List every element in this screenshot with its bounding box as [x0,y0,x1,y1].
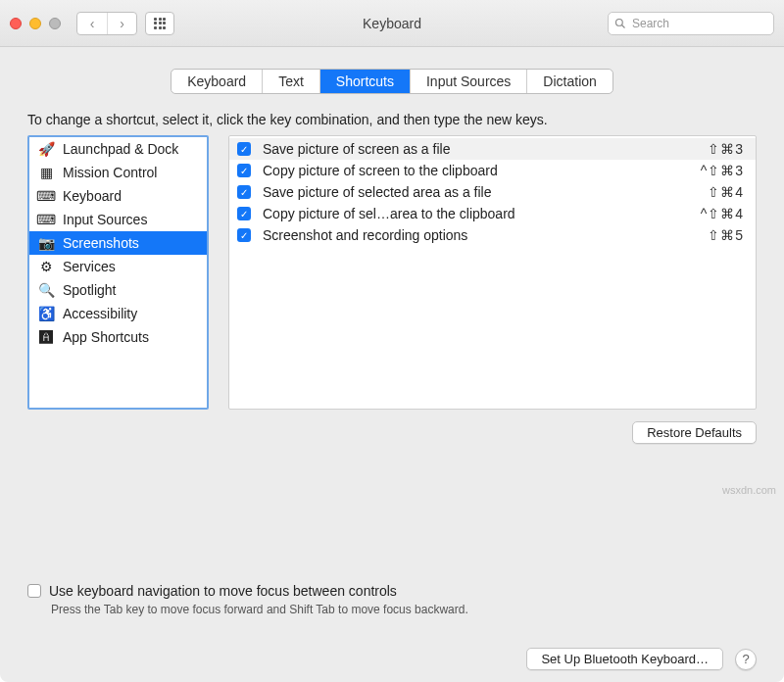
keyboard-nav-row: Use keyboard navigation to move focus be… [27,583,757,599]
grid-icon [154,18,166,29]
minimize-icon[interactable] [29,18,41,29]
sidebar-item-label: Screenshots [63,235,139,251]
restore-row: Restore Defaults [27,421,757,444]
shortcut-keys[interactable]: ^⇧⌘4 [701,206,744,221]
nav-buttons: ‹ › [76,12,137,35]
sidebar-item-label: Input Sources [63,212,147,227]
checkbox[interactable]: ✓ [237,228,251,242]
sidebar-item-label: Mission Control [63,165,157,180]
screenshots-icon: 📷 [37,234,55,252]
tabs: Keyboard Text Shortcuts Input Sources Di… [27,69,757,94]
close-icon[interactable] [10,18,22,29]
sidebar-item-input-sources[interactable]: ⌨Input Sources [29,208,207,231]
shortcut-row[interactable]: ✓ Copy picture of sel…area to the clipbo… [229,203,756,224]
zoom-icon[interactable] [49,18,61,29]
svg-line-1 [622,24,625,27]
category-sidebar[interactable]: 🚀Launchpad & Dock ▦Mission Control ⌨Keyb… [27,135,209,410]
sidebar-item-mission-control[interactable]: ▦Mission Control [29,161,207,184]
shortcut-keys[interactable]: ⇧⌘5 [708,227,744,243]
keyboard-nav-hint: Press the Tab key to move focus forward … [51,603,757,616]
instructions: To change a shortcut, select it, click t… [27,112,757,127]
checkbox[interactable]: ✓ [237,164,251,177]
accessibility-icon: ♿ [37,305,55,322]
shortcut-row[interactable]: ✓ Screenshot and recording options ⇧⌘5 [229,224,756,246]
titlebar: ‹ › Keyboard Search [0,0,784,47]
search-input[interactable]: Search [608,12,774,35]
keyboard-icon: ⌨ [37,187,55,205]
sidebar-item-accessibility[interactable]: ♿Accessibility [29,302,207,325]
sidebar-item-label: Keyboard [63,188,122,204]
sidebar-item-app-shortcuts[interactable]: 🅰App Shortcuts [29,325,207,349]
shortcut-label: Screenshot and recording options [263,227,696,243]
shortcut-row[interactable]: ✓ Save picture of selected area as a fil… [229,181,756,203]
search-placeholder: Search [632,17,669,30]
restore-defaults-button[interactable]: Restore Defaults [632,421,757,444]
sidebar-item-launchpad[interactable]: 🚀Launchpad & Dock [29,137,207,161]
sidebar-item-label: Spotlight [63,282,116,298]
sidebar-item-spotlight[interactable]: 🔍Spotlight [29,278,207,302]
content: Keyboard Text Shortcuts Input Sources Di… [0,47,784,682]
mission-control-icon: ▦ [37,164,55,181]
shortcut-label: Save picture of selected area as a file [263,184,696,200]
keyboard-nav-label: Use keyboard navigation to move focus be… [49,583,397,599]
sidebar-item-label: App Shortcuts [63,329,149,345]
sidebar-item-keyboard[interactable]: ⌨Keyboard [29,184,207,208]
launchpad-icon: 🚀 [37,140,55,158]
checkbox[interactable]: ✓ [237,207,251,220]
shortcut-row[interactable]: ✓ Save picture of screen as a file ⇧⌘3 [229,138,756,160]
tab-input-sources[interactable]: Input Sources [411,70,527,93]
search-icon [614,18,626,29]
keyboard-nav-checkbox[interactable] [27,584,41,598]
shortcut-keys[interactable]: ⇧⌘3 [708,141,744,157]
tab-row: Keyboard Text Shortcuts Input Sources Di… [171,69,613,94]
show-all-button[interactable] [145,12,174,35]
shortcut-label: Save picture of screen as a file [263,141,696,157]
tab-dictation[interactable]: Dictation [527,70,612,93]
shortcut-list[interactable]: ✓ Save picture of screen as a file ⇧⌘3 ✓… [228,135,757,410]
bluetooth-keyboard-button[interactable]: Set Up Bluetooth Keyboard… [526,648,723,670]
panes: 🚀Launchpad & Dock ▦Mission Control ⌨Keyb… [27,135,757,410]
services-icon: ⚙ [37,258,55,275]
help-button[interactable]: ? [735,649,757,670]
app-shortcuts-icon: 🅰 [37,328,55,346]
sidebar-item-label: Services [63,259,116,274]
sidebar-item-services[interactable]: ⚙Services [29,255,207,278]
shortcut-label: Copy picture of sel…area to the clipboar… [263,206,689,221]
window-controls [10,18,61,29]
svg-point-0 [616,19,623,25]
shortcut-keys[interactable]: ⇧⌘4 [708,184,744,200]
sidebar-item-screenshots[interactable]: 📷Screenshots [29,231,207,255]
input-sources-icon: ⌨ [37,211,55,228]
tab-keyboard[interactable]: Keyboard [172,70,263,93]
checkbox[interactable]: ✓ [237,142,251,156]
keyboard-nav-section: Use keyboard navigation to move focus be… [27,583,757,616]
watermark: wsxdn.com [722,484,776,496]
tab-text[interactable]: Text [263,70,320,93]
checkbox[interactable]: ✓ [237,185,251,199]
sidebar-item-label: Accessibility [63,306,137,321]
spotlight-icon: 🔍 [37,281,55,299]
sidebar-item-label: Launchpad & Dock [63,141,178,157]
tab-shortcuts[interactable]: Shortcuts [320,70,411,93]
back-button[interactable]: ‹ [77,13,107,34]
footer: Set Up Bluetooth Keyboard… ? [27,648,757,670]
forward-button[interactable]: › [107,13,136,34]
shortcut-row[interactable]: ✓ Copy picture of screen to the clipboar… [229,160,756,181]
shortcut-label: Copy picture of screen to the clipboard [263,163,689,178]
preferences-window: ‹ › Keyboard Search Keyboard Text Shortc… [0,0,784,682]
shortcut-keys[interactable]: ^⇧⌘3 [701,163,744,178]
